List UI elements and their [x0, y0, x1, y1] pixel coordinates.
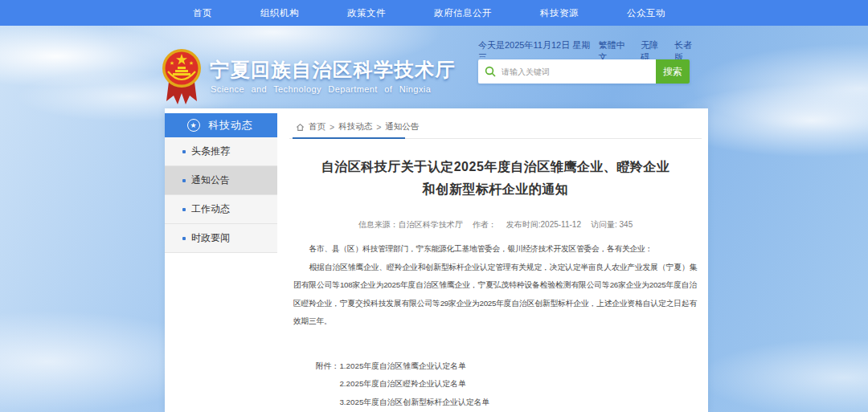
search-icon — [485, 66, 496, 77]
breadcrumb-current: 通知公告 — [385, 121, 419, 133]
main-content: 首页 > 科技动态 > 通知公告 自治区科技厅关于认定2025年度自治区雏鹰企业… — [289, 113, 702, 411]
national-emblem-logo — [162, 45, 202, 111]
bullet-dot-icon — [182, 237, 186, 240]
search-button[interactable]: 搜索 — [656, 59, 690, 84]
search-input[interactable] — [502, 67, 649, 76]
bullet-dot-icon — [182, 179, 186, 182]
breadcrumb: 首页 > 科技动态 > 通知公告 — [289, 121, 702, 133]
home-icon — [296, 123, 305, 132]
breadcrumb-separator: > — [330, 122, 334, 132]
sidebar-title: 科技动态 — [208, 118, 253, 133]
breadcrumb-sci-trends[interactable]: 科技动态 — [338, 121, 372, 133]
site-subtitle: Science and Technology Department of Nin… — [211, 84, 432, 94]
attachments-label: 附件： — [316, 357, 339, 412]
sidebar: ★ 科技动态 头条推荐 通知公告 工作动态 时政要闻 — [165, 113, 277, 253]
meta-publish-time: 发布时间:2025-11-12 — [506, 219, 581, 230]
breadcrumb-accent-line — [293, 137, 405, 139]
breadcrumb-separator: > — [376, 122, 381, 132]
nav-item-public-interaction[interactable]: 公众互动 — [627, 7, 665, 19]
meta-source: 信息来源：自治区科学技术厅 — [358, 219, 463, 230]
meta-author: 作者： — [473, 219, 497, 230]
article-title-line1: 自治区科技厅关于认定2025年度自治区雏鹰企业、瞪羚企业 — [289, 156, 702, 178]
article-paragraph: 根据自治区雏鹰企业、瞪羚企业和创新型标杆企业认定管理有关规定，决定认定半亩良人农… — [293, 259, 697, 331]
emblem-icon — [162, 45, 202, 111]
nav-item-home[interactable]: 首页 — [193, 7, 212, 19]
content-wrapper: ★ 科技动态 头条推荐 通知公告 工作动态 时政要闻 — [165, 108, 708, 412]
sidebar-item-current-politics[interactable]: 时政要闻 — [165, 224, 277, 253]
article-body: 各市、县（区）科技管理部门，宁东能源化工基地管委会，银川经济技术开发区管委会，各… — [289, 240, 702, 331]
attachment-link-benchmark-list[interactable]: 3.2025年度自治区创新型标杆企业认定名单 — [339, 394, 489, 412]
bullet-dot-icon — [182, 150, 186, 153]
sidebar-item-label: 工作动态 — [191, 202, 230, 216]
sidebar-item-notices[interactable]: 通知公告 — [165, 166, 277, 195]
article-paragraph: 各市、县（区）科技管理部门，宁东能源化工基地管委会，银川经济技术开发区管委会，各… — [293, 240, 697, 259]
bullet-dot-icon — [182, 208, 186, 211]
sidebar-item-label: 时政要闻 — [191, 231, 230, 245]
sidebar-item-work-trends[interactable]: 工作动态 — [165, 195, 277, 224]
breadcrumb-divider — [289, 138, 702, 139]
sidebar-menu: 头条推荐 通知公告 工作动态 时政要闻 — [165, 137, 277, 253]
star-circle-icon: ★ — [187, 119, 200, 132]
nav-item-sci-resources[interactable]: 科技资源 — [540, 7, 579, 19]
article-title: 自治区科技厅关于认定2025年度自治区雏鹰企业、瞪羚企业 和创新型标杆企业的通知 — [289, 156, 702, 201]
breadcrumb-home[interactable]: 首页 — [309, 121, 326, 133]
article-title-line2: 和创新型标杆企业的通知 — [289, 178, 702, 201]
article-meta: 信息来源：自治区科学技术厅 作者： 发布时间:2025-11-12 访问量: 3… — [289, 219, 702, 230]
sidebar-item-label: 通知公告 — [191, 173, 230, 187]
top-navigation: 首页 组织机构 政策文件 政府信息公开 科技资源 公众互动 — [0, 0, 868, 26]
site-title: 宁夏回族自治区科学技术厅 — [210, 57, 451, 83]
search-bar: 搜索 — [478, 59, 690, 84]
attachment-link-eagle-list[interactable]: 1.2025年度自治区雏鹰企业认定名单 — [339, 357, 489, 376]
meta-visit-count: 访问量: 345 — [591, 219, 633, 230]
nav-item-gov-info[interactable]: 政府信息公开 — [434, 7, 492, 19]
attachment-link-gazelle-list[interactable]: 2.2025年度自治区瞪羚企业认定名单 — [339, 375, 489, 394]
sidebar-item-headlines[interactable]: 头条推荐 — [165, 137, 277, 166]
attachments-block: 附件： 1.2025年度自治区雏鹰企业认定名单 2.2025年度自治区瞪羚企业认… — [316, 357, 702, 412]
sidebar-item-label: 头条推荐 — [191, 145, 230, 158]
sidebar-header: ★ 科技动态 — [165, 113, 277, 137]
nav-item-organization[interactable]: 组织机构 — [260, 7, 299, 19]
nav-item-policy-docs[interactable]: 政策文件 — [347, 7, 386, 19]
